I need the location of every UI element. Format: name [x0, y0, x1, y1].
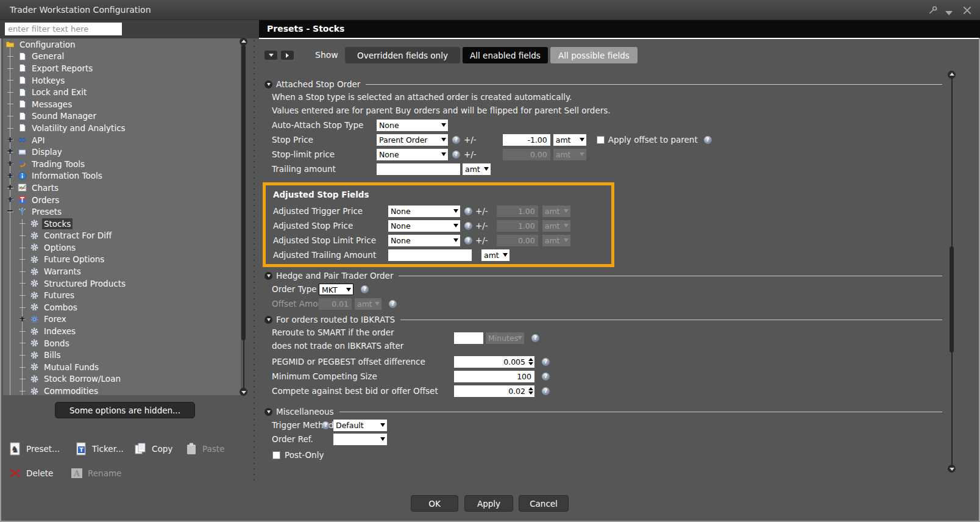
- tree-scrollbar-thumb[interactable]: [241, 45, 246, 340]
- tree-item-forex[interactable]: +Forex: [3, 313, 241, 326]
- help-icon[interactable]: [452, 136, 460, 144]
- auto-attach-stop-type-dropdown[interactable]: None: [377, 120, 448, 131]
- collapse-section-icon[interactable]: [265, 316, 272, 324]
- tree-item-charts[interactable]: +Charts: [3, 182, 241, 194]
- adjusted-stop-price-dropdown[interactable]: None: [388, 220, 460, 232]
- show-enabled-button[interactable]: All enabled fields: [463, 47, 548, 63]
- stop-price-offset-input[interactable]: [503, 134, 550, 146]
- tree-item-api[interactable]: +API: [3, 134, 241, 146]
- help-icon[interactable]: [531, 334, 539, 342]
- collapse-section-icon[interactable]: [265, 272, 272, 280]
- show-overridden-button[interactable]: Overridden fields only: [345, 47, 460, 63]
- help-icon[interactable]: [542, 358, 550, 366]
- pegmid-offset-input[interactable]: [454, 356, 534, 368]
- collapse-all-button[interactable]: [265, 51, 277, 60]
- stop-price-unit-dropdown[interactable]: amt: [553, 134, 586, 146]
- tree-item-stocks[interactable]: Stocks: [3, 218, 241, 230]
- help-icon[interactable]: [452, 151, 460, 159]
- compete-offset-input[interactable]: [454, 385, 534, 397]
- tree-item-indexes[interactable]: Indexes: [3, 325, 241, 337]
- panel-scroll-down-button[interactable]: [948, 465, 956, 473]
- tree-item-hotkeys[interactable]: Hotkeys: [3, 74, 241, 87]
- trigger-method-dropdown[interactable]: Default: [333, 420, 387, 431]
- order-ref-dropdown[interactable]: [333, 434, 387, 445]
- panel-splitter[interactable]: [254, 40, 255, 483]
- help-icon[interactable]: [464, 207, 472, 215]
- delete-button[interactable]: Delete: [9, 465, 53, 481]
- tree-item-stock-borrow-loan[interactable]: Stock Borrow/Loan: [3, 373, 241, 385]
- preset-button[interactable]: ♞ Preset...: [9, 441, 60, 457]
- help-icon[interactable]: [542, 387, 550, 395]
- ticker-button[interactable]: T Ticker...: [74, 441, 124, 457]
- tree-item-warrants[interactable]: Warrants: [3, 265, 241, 277]
- tree-scroll-down-button[interactable]: [240, 388, 247, 396]
- adjusted-trailing-unit-dropdown[interactable]: amt: [481, 249, 510, 261]
- reroute-minutes-input[interactable]: [454, 332, 483, 344]
- expand-icon[interactable]: +: [7, 184, 13, 191]
- post-only-checkbox[interactable]: [272, 451, 280, 459]
- tree-item-trading-tools[interactable]: +Trading Tools: [3, 158, 241, 170]
- tree-item-futures[interactable]: Futures: [3, 289, 241, 301]
- spinner-icon[interactable]: [528, 358, 533, 365]
- tree-item-commodities[interactable]: Commodities: [3, 385, 241, 395]
- tree-item-sound-manager[interactable]: Sound Manager: [3, 110, 241, 123]
- expand-all-button[interactable]: [281, 51, 294, 60]
- apply-offset-checkbox[interactable]: [597, 136, 605, 144]
- tree-item-information-tools[interactable]: +Information Tools: [3, 170, 241, 182]
- min-competing-size-input[interactable]: [454, 371, 534, 382]
- tree-item-configuration[interactable]: Configuration: [3, 38, 241, 51]
- help-icon[interactable]: [389, 300, 397, 308]
- collapse-section-icon[interactable]: [265, 408, 272, 416]
- pin-icon[interactable]: [928, 5, 939, 16]
- expand-icon[interactable]: +: [7, 148, 13, 155]
- tree-item-structured-products[interactable]: Structured Products: [3, 277, 241, 290]
- options-hidden-button[interactable]: Some options are hidden...: [55, 402, 195, 418]
- panel-scrollbar-thumb[interactable]: [950, 246, 954, 352]
- tree-item-bonds[interactable]: Bonds: [3, 337, 241, 349]
- help-icon[interactable]: [542, 373, 550, 381]
- stop-price-dropdown[interactable]: Parent Order: [377, 134, 448, 146]
- help-icon[interactable]: [464, 237, 472, 245]
- tree-item-general[interactable]: General: [3, 51, 241, 63]
- spinner-icon[interactable]: [528, 387, 533, 395]
- close-icon[interactable]: [962, 5, 973, 16]
- adjusted-trailing-amount-input[interactable]: [388, 249, 472, 261]
- help-icon[interactable]: [704, 136, 712, 144]
- show-possible-button[interactable]: All possible fields: [550, 47, 637, 63]
- expand-icon[interactable]: +: [7, 136, 13, 143]
- tree-item-presets[interactable]: −Presets: [3, 206, 241, 218]
- tree-item-bills[interactable]: Bills: [3, 349, 241, 361]
- stop-limit-price-dropdown[interactable]: None: [377, 149, 448, 160]
- rename-button[interactable]: A Rename: [70, 465, 121, 481]
- chevron-down-icon[interactable]: [943, 7, 954, 18]
- tree-item-future-options[interactable]: Future Options: [3, 254, 241, 266]
- expand-icon[interactable]: +: [19, 315, 26, 323]
- expand-icon[interactable]: +: [7, 160, 13, 167]
- tree-item-display[interactable]: +Display: [3, 146, 241, 158]
- cancel-button[interactable]: Cancel: [519, 495, 569, 512]
- help-icon[interactable]: [361, 285, 369, 293]
- tree-item-messages[interactable]: Messages: [3, 98, 241, 110]
- tree-item-mutual-funds[interactable]: Mutual Funds: [3, 361, 241, 373]
- tree-item-volatility-and-analytics[interactable]: Volatility and Analytics: [3, 122, 241, 134]
- adjusted-stop-limit-dropdown[interactable]: None: [388, 235, 460, 246]
- expand-icon[interactable]: +: [7, 172, 13, 179]
- trailing-amount-unit-dropdown[interactable]: amt: [463, 163, 491, 175]
- apply-button[interactable]: Apply: [464, 495, 513, 512]
- order-type-dropdown[interactable]: MKT: [319, 284, 353, 295]
- paste-button[interactable]: Paste: [185, 441, 224, 457]
- tree-item-lock-and-exit[interactable]: Lock and Exit: [3, 86, 241, 98]
- adjusted-trigger-price-dropdown[interactable]: None: [388, 206, 460, 217]
- trailing-amount-input[interactable]: [377, 163, 460, 175]
- help-icon[interactable]: [464, 222, 472, 230]
- help-icon[interactable]: [322, 421, 330, 429]
- tree-item-orders[interactable]: +Orders: [3, 194, 241, 206]
- copy-button[interactable]: Copy: [134, 441, 172, 457]
- tree-item-combos[interactable]: Combos: [3, 301, 241, 313]
- expand-icon[interactable]: +: [7, 196, 13, 203]
- filter-input[interactable]: [5, 23, 122, 35]
- collapse-icon[interactable]: −: [7, 207, 13, 215]
- tree-item-options[interactable]: Options: [3, 241, 241, 254]
- tree-item-export-reports[interactable]: Export Reports: [3, 62, 241, 74]
- tree-item-contract-for-diff[interactable]: Contract For Diff: [3, 230, 241, 242]
